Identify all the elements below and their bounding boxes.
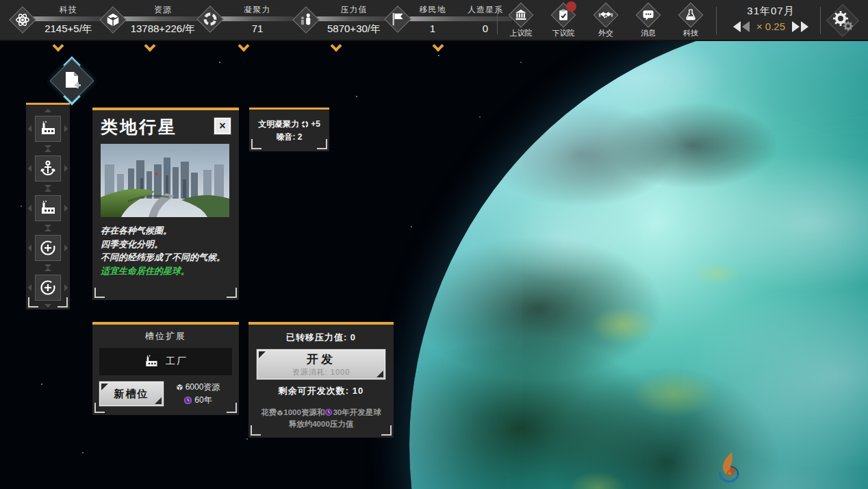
arrow-up-icon [44,268,51,271]
close-icon: × [219,120,225,132]
chat-icon [636,3,661,27]
new-slot-button-label: 新槽位 [114,388,149,401]
rewind-icon [742,21,750,32]
stat-value: 1 [408,23,457,34]
build-toolbar [26,103,70,310]
develop-panel: 已转移压力值: 0 开发 资源消耗: 1000 剩余可开发次数: 10 花费10… [248,322,394,438]
cohesion-tooltip-panel: 文明凝聚力 +5 噪音: 2 [249,108,329,151]
upper-house-button[interactable]: 上议院 [500,3,542,38]
rewind-icon [733,21,741,32]
tech-button[interactable]: 科技 [669,3,712,38]
note-text: 1000资源和 [283,408,324,416]
arrow-right-icon [64,205,68,212]
factory-icon [144,354,159,369]
people-icon [293,7,319,33]
button-label: 科技 [683,28,698,38]
cohesion-icon [197,6,223,32]
arrow-up-icon [44,149,51,152]
cube-icon [176,384,183,391]
new-slot-button[interactable]: 新槽位 [99,381,164,406]
empty-slot-button[interactable] [35,275,61,301]
slot-building-label: 工厂 [166,355,188,368]
settings-button[interactable] [827,5,858,36]
flag-icon [385,6,411,32]
file-plus-icon [63,71,81,90]
stat-bar [123,16,203,21]
develop-button[interactable]: 开发 资源消耗: 1000 [257,349,385,379]
noise-value: 噪音: 2 [276,131,302,143]
develop-note: 花费1000资源和30年开发星球 释放约4000压力值 [257,407,385,431]
game-date: 31年07月 [747,5,794,18]
stat-pressure[interactable]: 压力值 5870+30/年 [293,4,392,36]
forward-icon [801,21,808,32]
note-text: 30年开发星球 [333,408,381,416]
divider [820,7,821,34]
harbor-slot-button[interactable] [35,155,61,181]
gear-icon [831,9,854,32]
toolbar-slot [26,149,70,188]
divider [716,7,717,34]
stat-bar [316,16,392,21]
topbar-buttons: 上议院 下议院 外交 [500,3,712,38]
stat-bar [220,16,294,21]
speed-up-button[interactable] [792,21,808,32]
arrow-left-icon [28,205,31,212]
stat-label: 科技 [60,4,77,16]
planet-description-line: 不同的经纬形成了不同的气候。 [101,251,231,264]
empty-slot-button[interactable] [35,235,61,261]
factory-icon [39,199,57,217]
arrow-right-icon [64,244,68,251]
planet[interactable] [409,17,868,489]
arrow-left-icon [28,165,31,172]
notification-badge [566,1,576,12]
planet-description-line: 存在各种气候圈。 [101,224,231,238]
game-speed: × 0.25 [756,21,785,32]
note-text: 花费 [261,408,277,416]
stat-colonies[interactable]: 移民地 人造星系 1 0 [385,4,513,34]
cohesion-icon [301,121,309,128]
stat-label: 资源 [154,4,172,16]
toolbar-slot [26,109,70,149]
speed-down-button[interactable] [733,21,750,32]
handshake-icon [593,3,618,27]
clock-icon [183,396,192,405]
bank-icon [509,3,533,27]
transferred-pressure: 已转移压力值: 0 [257,331,385,344]
stat-resources[interactable]: 资源 13788+226/年 [100,4,203,36]
planet-description-line: 四季变化分明。 [101,238,231,251]
time-cost: 60年 [183,394,212,406]
arrow-right-icon [64,125,68,132]
anchor-icon [39,160,57,177]
factory-slot-button[interactable] [35,116,61,142]
lower-house-button[interactable]: 下议院 [542,3,585,38]
factory-slot-button[interactable] [35,195,61,221]
arrow-down-icon [44,304,51,308]
stat-tech[interactable]: 科技 2145+5/年 [10,4,104,36]
stat-value: 5870+30/年 [327,23,381,36]
stat-bar [33,16,104,21]
messages-button[interactable]: 消息 [627,3,669,38]
button-label: 上议院 [510,28,533,38]
planet-title: 类地行星 [101,116,177,138]
forward-icon [792,21,800,32]
arrow-left-icon [28,244,31,251]
stat-value: 13788+226/年 [131,23,196,36]
close-button[interactable]: × [214,118,231,134]
toolbar-slot [26,228,70,268]
arrow-left-icon [28,284,31,291]
time-cost-value: 60年 [194,394,212,406]
develop-button-label: 开发 [307,351,335,367]
stat-label: 移民地 [408,4,457,16]
stat-value: 2145+5/年 [44,23,92,36]
game-logo [713,451,745,485]
arrow-left-icon [28,125,31,132]
develop-cost-label: 资源消耗: 1000 [292,367,350,377]
cohesion-bonus-value: +5 [311,119,320,129]
new-report-button[interactable] [51,60,92,101]
diplomacy-button[interactable]: 外交 [585,3,627,38]
top-resource-bar: 科技 2145+5/年 资源 13788+226/年 凝聚力 71 [0,0,868,41]
atom-icon [10,7,36,33]
existing-slot-row[interactable]: 工厂 [99,348,232,375]
plus-circle-icon [38,278,58,297]
stat-cohesion[interactable]: 凝聚力 71 [197,4,294,34]
